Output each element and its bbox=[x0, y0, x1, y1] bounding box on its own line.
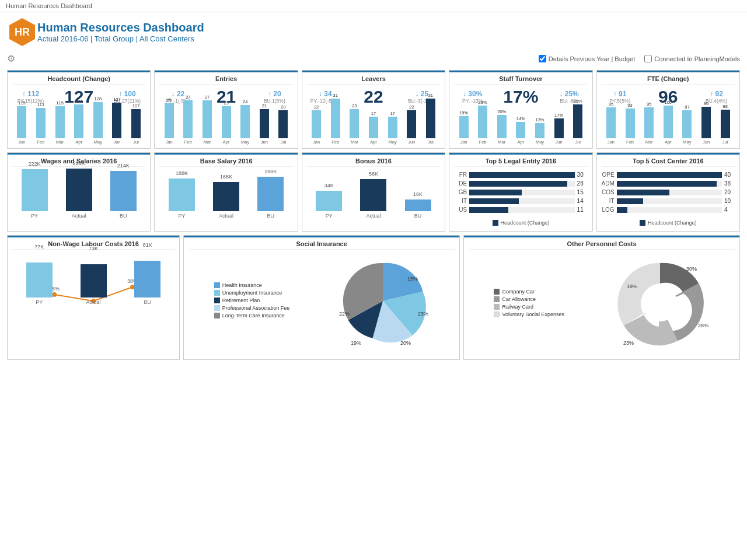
list-item: Railway Card bbox=[494, 304, 564, 310]
list-item: Company Car bbox=[494, 289, 564, 295]
list-item: ADM 38 bbox=[602, 180, 735, 187]
list-item: LOG 4 bbox=[602, 206, 735, 213]
top5-legal-card: Top 5 Legal Entity 2016 FR 30 DE 28 GB 1… bbox=[449, 152, 592, 232]
base-salary-card: Base Salary 2016 188K PY 168K Actual 198… bbox=[154, 152, 298, 232]
controls-row: ⚙ Details Previous Year | Budget Connect… bbox=[7, 52, 740, 65]
base-salary-title: Base Salary 2016 bbox=[159, 158, 292, 167]
bonus-card: Bonus 2016 34K PY 56K Actual 16K bbox=[302, 152, 445, 232]
headcount-title: Headcount (Change) bbox=[12, 75, 145, 85]
entries-card: Entries ↓ 22 PY:-1(-5%) 21 ↑ 20 BU:1(5%)… bbox=[154, 70, 298, 149]
social-insurance-title: Social Insurance bbox=[189, 240, 455, 250]
top5-cost-legend: Headcount (Change) bbox=[602, 220, 735, 226]
svg-text:19%: 19% bbox=[351, 340, 361, 346]
svg-text:30%: 30% bbox=[686, 266, 697, 272]
page-subtitle: Actual 2016-06 | Total Group | All Cost … bbox=[37, 34, 204, 43]
top5-cost-chart: OPE 40 ADM 38 COS 20 IT 10 bbox=[602, 169, 735, 218]
entries-title: Entries bbox=[159, 75, 292, 85]
leavers-chart: 22Jan 31Feb 23Mar 17Apr 17May 22Jun 31Ju… bbox=[307, 107, 440, 145]
svg-point-15 bbox=[643, 286, 678, 321]
nonwage-card: Non-Wage Labour Costs 2016 35% 33% bbox=[7, 235, 180, 360]
list-item: GB 15 bbox=[454, 189, 587, 195]
list-item: Retirement Plan bbox=[214, 298, 290, 303]
svg-text:19%: 19% bbox=[627, 284, 637, 289]
social-insurance-card: Social Insurance Health Insurance Unempl… bbox=[183, 235, 460, 360]
svg-text:20%: 20% bbox=[400, 340, 411, 346]
list-item: Car Allowance bbox=[494, 296, 564, 302]
leavers-title: Leavers bbox=[307, 75, 440, 85]
details-py-checkbox[interactable]: Details Previous Year | Budget bbox=[539, 55, 635, 62]
leavers-card: Leavers ↓ 34 PY:-12(-55%) 22 ↓ 25 BU:-3(… bbox=[302, 70, 445, 149]
list-item: COS 20 bbox=[602, 189, 735, 195]
fte-title: FTE (Change) bbox=[602, 75, 735, 85]
list-item: US 11 bbox=[454, 206, 587, 213]
connected-checkbox[interactable]: Connected to PlanningModels bbox=[644, 55, 740, 62]
page-title: Human Resources Dashboard bbox=[37, 21, 204, 34]
list-item: IT 14 bbox=[454, 198, 587, 204]
list-item: IT 10 bbox=[602, 198, 735, 204]
staff-turnover-title: Staff Turnover bbox=[454, 75, 587, 85]
top5-cost-title: Top 5 Cost Center 2016 bbox=[602, 158, 735, 167]
leavers-main: 22 bbox=[364, 87, 383, 107]
entries-bu: ↑ 20 BU:1(5%) bbox=[259, 90, 291, 104]
list-item: OPE 40 bbox=[602, 172, 735, 178]
fte-chart: 95Jan 93Feb 95Mar 100Apr 87May 96Jun 88J… bbox=[602, 107, 735, 145]
list-item: Voluntary Social Expenses bbox=[494, 312, 564, 317]
top5-legal-title: Top 5 Legal Entity 2016 bbox=[454, 158, 587, 167]
other-personnel-card: Other Personnel Costs Company Car Car Al… bbox=[463, 235, 740, 360]
fte-card: FTE (Change) ↑ 91 PY:5(5%) 96 ↑ 92 BU:4(… bbox=[596, 70, 740, 149]
svg-text:28%: 28% bbox=[698, 323, 708, 328]
wages-chart: 222K PY 224K Actual 214K BU bbox=[12, 175, 145, 219]
bonus-chart: 34K PY 56K Actual 16K BU bbox=[307, 175, 440, 219]
title-bar: Human Resources Dashboard bbox=[0, 0, 747, 12]
logo-icon: HR bbox=[7, 17, 37, 47]
turnover-chart: 19%Jan 28%Feb 20%Mar 14%Apr 13%May 17%Ju… bbox=[454, 107, 587, 145]
top5-legal-chart: FR 30 DE 28 GB 15 IT 14 bbox=[454, 169, 587, 218]
headcount-chart: 115Jan 111Feb 115Mar 121Apr 128May 127Ju… bbox=[12, 107, 145, 145]
wages-card: Wages and Salaries 2016 222K PY 224K Act… bbox=[7, 152, 151, 232]
entries-chart: 25Jan 27Feb 27Mar 23Apr 24May 21Jun 20Ju… bbox=[159, 107, 292, 145]
list-item: Health Insurance bbox=[214, 282, 290, 288]
list-item: Unemployment Insurance bbox=[214, 290, 290, 296]
svg-text:15%: 15% bbox=[407, 276, 418, 282]
list-item: Long-Term Care Insurance bbox=[214, 313, 290, 318]
other-personnel-legend: Company Car Car Allowance Railway Card V… bbox=[494, 289, 564, 319]
social-insurance-legend: Health Insurance Unemployment Insurance … bbox=[214, 282, 290, 320]
svg-text:HR: HR bbox=[15, 26, 30, 38]
staff-turnover-card: Staff Turnover ↓ 30% PY: -13% 17% ↓ 25% … bbox=[449, 70, 592, 149]
base-salary-chart: 188K PY 168K Actual 198K BU bbox=[159, 175, 292, 219]
other-personnel-title: Other Personnel Costs bbox=[469, 240, 735, 250]
bonus-title: Bonus 2016 bbox=[307, 158, 440, 167]
list-item: DE 28 bbox=[454, 180, 587, 187]
social-insurance-content: Health Insurance Unemployment Insurance … bbox=[189, 252, 455, 350]
nonwage-bars: 77K PY 73K Actual 81K BU bbox=[12, 261, 174, 305]
svg-text:22%: 22% bbox=[339, 311, 350, 317]
headcount-card: Headcount (Change) ↑ 112 PY:15(12%) 127 … bbox=[7, 70, 151, 149]
turnover-main: 17% bbox=[503, 87, 538, 107]
list-item: Professional Association Fee bbox=[214, 305, 290, 311]
top5-legal-legend: Headcount (Change) bbox=[454, 220, 587, 226]
svg-text:23%: 23% bbox=[623, 340, 634, 346]
social-insurance-pie: 15% 23% 20% 19% 22% bbox=[336, 254, 430, 348]
header: HR Human Resources Dashboard Actual 2016… bbox=[7, 17, 740, 47]
list-item: FR 30 bbox=[454, 172, 587, 178]
other-personnel-donut: 30% 28% 23% 19% bbox=[610, 254, 710, 354]
top5-cost-card: Top 5 Cost Center 2016 OPE 40 ADM 38 COS… bbox=[596, 152, 740, 232]
gear-icon[interactable]: ⚙ bbox=[7, 53, 15, 64]
other-personnel-content: Company Car Car Allowance Railway Card V… bbox=[469, 252, 735, 356]
svg-text:23%: 23% bbox=[418, 311, 428, 317]
